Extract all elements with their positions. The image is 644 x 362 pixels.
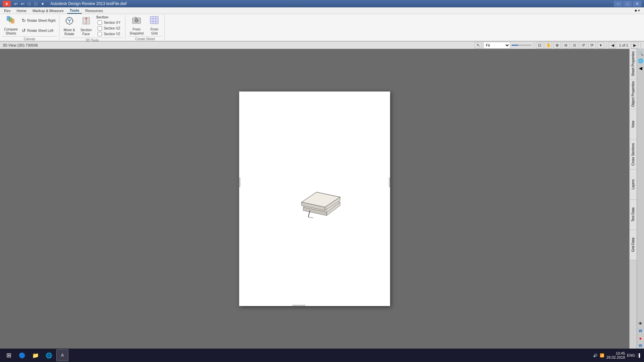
bars-container: 3D View (3D) 730506 ↖ Fit 25% 50% 100% 2… bbox=[0, 42, 644, 49]
adsk-taskbar-icon: A bbox=[61, 353, 64, 358]
next-page-button[interactable]: ▶ bbox=[631, 42, 638, 49]
section-xy-checkbox[interactable] bbox=[98, 20, 102, 25]
canvas-area[interactable] bbox=[0, 49, 629, 349]
zoom-out-button[interactable]: ⊖ bbox=[562, 42, 570, 49]
from-snapshot-icon bbox=[131, 15, 142, 27]
system-tray: 🔊 📶 10:45 26.02.2018 ENG ▌ bbox=[593, 351, 641, 359]
clock-container: 10:45 26.02.2018 bbox=[606, 351, 625, 359]
section-xy-button[interactable]: Section XY bbox=[96, 20, 122, 25]
panel-tab-sheet-properties[interactable]: Sheet Properties bbox=[630, 49, 637, 79]
from-grid-icon bbox=[149, 15, 159, 27]
text-data-label: Text Data bbox=[631, 207, 635, 222]
grid-data-label: Grid Data bbox=[631, 238, 635, 252]
rotate-left-button[interactable]: ↺ Rotate Sheet Left bbox=[20, 27, 57, 34]
letter-w2-icon[interactable]: W bbox=[638, 343, 644, 349]
menu-tools[interactable]: Tools bbox=[67, 8, 82, 14]
qa-open[interactable]: □ bbox=[33, 1, 39, 7]
tray-icon-sound[interactable]: 🔊 bbox=[593, 353, 598, 358]
panel-tab-layers[interactable]: Layers bbox=[630, 170, 637, 200]
maximize-button[interactable]: □ bbox=[623, 1, 632, 7]
ribbon-group-canvas: CompareSheets ↻ Rotate Sheet Right ↺ Rot… bbox=[0, 15, 59, 40]
move-rotate-button[interactable]: Move &Rotate bbox=[61, 16, 77, 36]
qa-redo[interactable]: ↩ bbox=[19, 1, 25, 7]
compare-sheets-label: CompareSheets bbox=[4, 27, 18, 36]
status-bar: 3D View (3D) 730506 ↖ Fit 25% 50% 100% 2… bbox=[0, 42, 644, 49]
eye-icon[interactable]: 👁 bbox=[638, 320, 644, 326]
menu-extra[interactable]: ■ ▾ bbox=[632, 8, 643, 13]
menu-home[interactable]: Home bbox=[14, 8, 29, 13]
create-sheet-group-items: FromSnapshot FromGrid bbox=[127, 15, 162, 36]
adsk-taskbar-app[interactable]: A bbox=[56, 349, 68, 361]
menu-markup[interactable]: Markup & Measure bbox=[30, 8, 66, 13]
main-area: Sheet Properties Object Properties View … bbox=[0, 49, 644, 349]
object-properties-label: Object Properties bbox=[631, 81, 635, 107]
show-desktop-button[interactable]: ▌ bbox=[637, 353, 641, 357]
section-yz-button[interactable]: Section YZ bbox=[96, 31, 122, 37]
panel-tab-grid-data[interactable]: Grid Data bbox=[630, 230, 637, 260]
taskbar-left: ⊞ 🔵 📁 🌐 A bbox=[3, 349, 68, 361]
section-yz-checkbox[interactable] bbox=[98, 32, 102, 36]
pinned-app-1[interactable]: 🔵 bbox=[16, 349, 28, 361]
fit-page-button[interactable]: ⊡ bbox=[536, 42, 543, 49]
page-info: 1 of 1 bbox=[618, 43, 630, 47]
section-xz-button[interactable]: Section XZ bbox=[96, 25, 122, 31]
panel-tabs-col: Sheet Properties Object Properties View … bbox=[629, 49, 637, 349]
menu-resources[interactable]: Resources bbox=[83, 8, 106, 13]
quick-access-toolbar: ↩ ↩ □ □ ▾ bbox=[13, 1, 46, 7]
qa-dropdown[interactable]: ▾ bbox=[40, 1, 46, 7]
letter-w-icon[interactable]: W bbox=[638, 328, 644, 334]
pinned-app-2[interactable]: 📁 bbox=[30, 349, 42, 361]
menu-rev[interactable]: Rev bbox=[1, 8, 13, 13]
system-time: 10:45 bbox=[616, 351, 625, 355]
svg-line-23 bbox=[308, 217, 313, 218]
menu-bar: Rev Home Markup & Measure Tools Resource… bbox=[0, 7, 644, 14]
minimize-button[interactable]: ─ bbox=[614, 1, 623, 7]
panel-tab-text-data[interactable]: Text Data bbox=[630, 200, 637, 230]
close-button[interactable]: ✕ bbox=[633, 1, 641, 7]
panel-tab-cross-sections[interactable]: Cross Sections bbox=[630, 139, 637, 170]
panel-tab-view[interactable]: View bbox=[630, 109, 637, 139]
status-left: 3D View (3D) 730506 bbox=[3, 43, 38, 47]
view-label: View bbox=[631, 121, 635, 128]
tray-icon-network[interactable]: 📶 bbox=[600, 353, 604, 358]
zoom-slider[interactable] bbox=[512, 45, 532, 46]
scroll-right-indicator bbox=[389, 177, 390, 187]
from-grid-button[interactable]: FromGrid bbox=[146, 15, 162, 36]
section-group-label: Section bbox=[96, 15, 122, 19]
section-face-button[interactable]: SectionFace bbox=[78, 16, 94, 36]
prev-page-button[interactable]: ◀ bbox=[609, 42, 616, 49]
cursor-tool-button[interactable]: ↖ bbox=[475, 42, 482, 49]
search-icon[interactable]: 🔍 bbox=[638, 50, 644, 56]
rotate-view-button[interactable]: ↺ bbox=[580, 42, 587, 49]
collapse-icon[interactable]: ◀ bbox=[638, 65, 644, 71]
section-xz-checkbox[interactable] bbox=[98, 26, 102, 31]
zoom-in-button[interactable]: ⊕ bbox=[553, 42, 561, 49]
qa-undo[interactable]: ↩ bbox=[13, 1, 19, 7]
rotate-right-button[interactable]: ↻ Rotate Sheet Right bbox=[20, 17, 57, 24]
adsk-logo: A bbox=[3, 1, 11, 7]
rotate-left-label: Rotate Sheet Left bbox=[27, 29, 53, 33]
panel-tab-object-properties[interactable]: Object Properties bbox=[630, 79, 637, 109]
orbit-button[interactable]: ⟳ bbox=[588, 42, 596, 49]
svg-point-9 bbox=[136, 19, 138, 21]
scroll-left-indicator bbox=[239, 177, 240, 187]
start-button[interactable]: ⊞ bbox=[3, 349, 15, 361]
qa-save[interactable]: □ bbox=[26, 1, 32, 7]
create-sheet-group-label: Create Sheet bbox=[127, 36, 162, 42]
pinned-app-3[interactable]: 🌐 bbox=[43, 349, 55, 361]
dot-icon: ● bbox=[638, 335, 644, 341]
rotate-right-icon: ↻ bbox=[22, 18, 26, 23]
from-snapshot-button[interactable]: FromSnapshot bbox=[127, 15, 146, 36]
move-rotate-label: Move &Rotate bbox=[64, 28, 75, 36]
zoom-rect-button[interactable]: ⊙ bbox=[571, 42, 578, 49]
zoom-select[interactable]: Fit 25% 50% 100% 200% bbox=[483, 42, 510, 49]
ribbon-group-create-sheet: FromSnapshot FromGrid bbox=[125, 15, 165, 40]
section-checkboxes-col: Section Section XY Section XZ Section YZ bbox=[95, 15, 123, 37]
svg-rect-2 bbox=[11, 19, 14, 23]
system-date: 26.02.2018 bbox=[606, 355, 625, 359]
pan-button[interactable]: ✋ bbox=[545, 42, 552, 49]
layers-label: Layers bbox=[631, 179, 635, 189]
globe-icon[interactable]: 🌐 bbox=[638, 58, 644, 64]
compare-sheets-button[interactable]: CompareSheets bbox=[2, 15, 20, 36]
view-dropdown-button[interactable]: ▾ bbox=[597, 42, 604, 49]
